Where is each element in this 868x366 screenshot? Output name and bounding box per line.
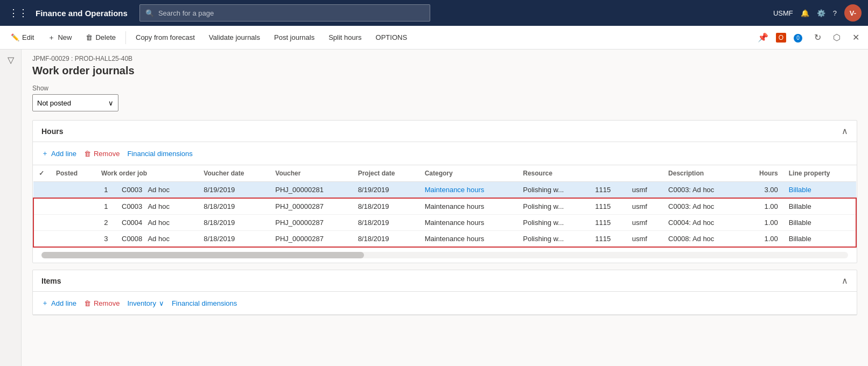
- add-icon-items: ＋: [41, 298, 48, 308]
- row-col1: 1115: [590, 215, 626, 231]
- row-hours: 1.00: [742, 198, 783, 215]
- table-row[interactable]: 3 C0008 Ad hoc 8/18/2019 PHJ_00000287 8/…: [33, 231, 856, 248]
- col-posted: Posted: [51, 165, 96, 182]
- delete-button[interactable]: 🗑 Delete: [79, 28, 122, 47]
- filter-icon[interactable]: ▽: [8, 55, 14, 65]
- user-avatar[interactable]: V-: [844, 4, 862, 22]
- row-voucher-date: 8/18/2019: [198, 215, 270, 231]
- collapse-icon-items: ∧: [842, 276, 848, 286]
- horizontal-scrollbar[interactable]: [41, 252, 848, 258]
- row-resource: Polishing w...: [517, 231, 590, 248]
- grid-menu-icon[interactable]: ⋮⋮: [6, 5, 30, 21]
- pin-icon[interactable]: 📌: [753, 30, 773, 45]
- settings-icon[interactable]: ⚙️: [817, 9, 825, 17]
- add-line-button-items[interactable]: ＋ Add line: [41, 296, 76, 310]
- copy-from-forecast-button[interactable]: Copy from forecast: [129, 28, 201, 47]
- page-title: Work order journals: [32, 65, 857, 77]
- validate-journals-button[interactable]: Validate journals: [202, 28, 267, 47]
- options-button[interactable]: OPTIONS: [369, 28, 414, 47]
- col-check: ✓: [33, 165, 51, 182]
- notification-count: 0: [794, 34, 802, 43]
- new-icon: ＋: [48, 33, 55, 43]
- row-resource: Polishing w...: [517, 182, 590, 199]
- row-posted: [51, 215, 96, 231]
- bell-icon[interactable]: 🔔: [801, 9, 809, 17]
- refresh-icon[interactable]: ↻: [810, 30, 825, 45]
- inventory-button[interactable]: Inventory ∨: [127, 297, 164, 309]
- row-voucher: PHJ_00000287: [270, 215, 352, 231]
- row-work-order-job: C0008 Ad hoc: [116, 231, 198, 248]
- row-voucher-date: 8/19/2019: [198, 182, 270, 199]
- split-hours-button[interactable]: Split hours: [322, 28, 368, 47]
- add-icon: ＋: [41, 149, 48, 158]
- row-num: 3: [96, 231, 116, 248]
- row-category: Maintenance hours: [419, 215, 518, 231]
- post-journals-button[interactable]: Post journals: [268, 28, 321, 47]
- row-resource: Polishing w...: [517, 215, 590, 231]
- chevron-inventory: ∨: [159, 299, 164, 307]
- row-voucher: PHJ_00000287: [270, 231, 352, 248]
- close-icon[interactable]: ✕: [848, 30, 864, 45]
- col-voucher: Voucher: [270, 165, 352, 182]
- command-bar: ✏️ Edit ＋ New 🗑 Delete Copy from forecas…: [0, 26, 868, 50]
- remove-button-hours[interactable]: 🗑 Remove: [84, 147, 120, 160]
- financial-dimensions-button-items[interactable]: Financial dimensions: [172, 297, 237, 309]
- help-icon[interactable]: ?: [833, 9, 837, 17]
- office-icon[interactable]: O: [776, 33, 786, 43]
- row-voucher-date: 8/18/2019: [198, 231, 270, 248]
- new-button[interactable]: ＋ New: [41, 28, 78, 47]
- add-line-button-hours[interactable]: ＋ Add line: [41, 146, 76, 160]
- expand-icon[interactable]: ⬡: [829, 30, 845, 45]
- hours-table: ✓ Posted Work order job Voucher date Vou…: [33, 165, 857, 248]
- breadcrumb: JPMF-00029 : PROD-HALL25-40B: [32, 55, 857, 62]
- hours-section-title: Hours: [41, 127, 63, 136]
- table-row[interactable]: 2 C0004 Ad hoc 8/18/2019 PHJ_00000287 8/…: [33, 215, 856, 231]
- nav-right-area: USMF 🔔 ⚙️ ? V-: [773, 4, 862, 22]
- row-description: C0004: Ad hoc: [663, 215, 742, 231]
- hours-section: Hours ∧ ＋ Add line 🗑 Remove Financial di…: [32, 120, 857, 263]
- col-line-property: Line property: [783, 165, 856, 182]
- row-num: 1: [96, 182, 116, 199]
- sidebar: ▽: [0, 50, 22, 366]
- row-description: C0003: Ad hoc: [663, 198, 742, 215]
- col-project-date: Project date: [353, 165, 419, 182]
- delete-icon: 🗑: [86, 33, 93, 41]
- search-placeholder: Search for a page: [158, 9, 214, 17]
- items-section-header[interactable]: Items ∧: [33, 270, 857, 292]
- row-voucher-date: 8/18/2019: [198, 198, 270, 215]
- row-col2: usmf: [627, 182, 663, 199]
- trash-icon-items: 🗑: [84, 299, 91, 307]
- row-category: Maintenance hours: [419, 231, 518, 248]
- col-voucher-date: Voucher date: [198, 165, 270, 182]
- main-content: ▽ JPMF-00029 : PROD-HALL25-40B Work orde…: [0, 50, 868, 366]
- table-row[interactable]: 1 C0003 Ad hoc 8/18/2019 PHJ_00000287 8/…: [33, 198, 856, 215]
- search-bar[interactable]: 🔍 Search for a page: [139, 4, 430, 22]
- row-col1: 1115: [590, 198, 626, 215]
- row-project-date: 8/18/2019: [353, 215, 419, 231]
- row-posted: [51, 231, 96, 248]
- row-voucher: PHJ_00000281: [270, 182, 352, 199]
- row-check[interactable]: [33, 231, 51, 248]
- row-work-order-job: C0004 Ad hoc: [116, 215, 198, 231]
- edit-button[interactable]: ✏️ Edit: [4, 28, 40, 47]
- row-project-date: 8/18/2019: [353, 198, 419, 215]
- table-row[interactable]: 1 C0003 Ad hoc 8/19/2019 PHJ_00000281 8/…: [33, 182, 856, 199]
- page-area: JPMF-00029 : PROD-HALL25-40B Work order …: [22, 50, 868, 366]
- row-line-property: Billable: [783, 231, 856, 248]
- show-dropdown[interactable]: Not posted ∨: [32, 94, 118, 111]
- items-section: Items ∧ ＋ Add line 🗑 Remove Inventory ∨ …: [32, 270, 857, 315]
- row-check[interactable]: [33, 182, 51, 199]
- financial-dimensions-button-hours[interactable]: Financial dimensions: [127, 147, 192, 160]
- remove-button-items[interactable]: 🗑 Remove: [84, 297, 120, 309]
- row-work-order-job: C0003 Ad hoc: [116, 198, 198, 215]
- items-toolbar: ＋ Add line 🗑 Remove Inventory ∨ Financia…: [33, 292, 857, 315]
- hours-toolbar: ＋ Add line 🗑 Remove Financial dimensions: [33, 142, 857, 165]
- notification-icon[interactable]: 0: [789, 30, 807, 45]
- show-label: Show: [32, 85, 857, 92]
- app-title: Finance and Operations: [36, 9, 128, 18]
- hours-section-header[interactable]: Hours ∧: [33, 121, 857, 142]
- row-check[interactable]: [33, 215, 51, 231]
- username-label: USMF: [773, 9, 793, 17]
- row-check[interactable]: [33, 198, 51, 215]
- col-hours: Hours: [742, 165, 783, 182]
